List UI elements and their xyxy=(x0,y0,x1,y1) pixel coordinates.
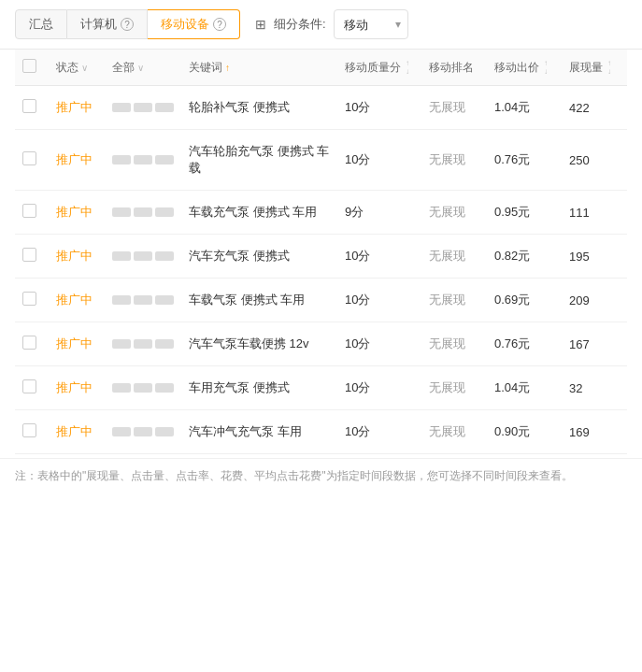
top-bar: 汇总 计算机 ? 移动设备 ? ⊞ 细分条件: 移动 xyxy=(0,0,642,50)
row-img-cell xyxy=(105,130,181,191)
row-rank: 无展现 xyxy=(429,424,465,438)
row-keyword: 车用充气泵 便携式 xyxy=(189,380,290,394)
row-score-cell: 10分 xyxy=(337,235,421,279)
row-price-cell: 0.76元 xyxy=(487,322,562,366)
row-keyword-cell: 汽车充气泵 便携式 xyxy=(181,235,337,279)
row-img-blur xyxy=(112,383,174,393)
th-keyword-label: 关键词 xyxy=(189,60,222,76)
row-score: 10分 xyxy=(345,100,370,114)
row-status: 推广中 xyxy=(56,424,93,438)
tab-mobile-label: 移动设备 xyxy=(161,16,209,33)
th-price: 移动出价 ↑ ↓ xyxy=(487,50,562,86)
row-checkbox[interactable] xyxy=(22,204,36,218)
th-all-label: 全部 xyxy=(112,60,135,76)
row-keyword: 汽车气泵车载便携 12v xyxy=(189,336,309,350)
table-row: 推广中 汽车气泵车载便携 12v 10分 无展现 0.76元 xyxy=(15,322,627,366)
row-checkbox[interactable] xyxy=(22,99,36,113)
row-keyword: 汽车轮胎充气泵 便携式 车载 xyxy=(189,144,329,175)
row-keyword-cell: 汽车气泵车载便携 12v xyxy=(181,322,337,366)
row-rank: 无展现 xyxy=(429,100,465,114)
row-rank-cell: 无展现 xyxy=(421,279,487,322)
row-checkbox[interactable] xyxy=(22,248,36,262)
tab-mobile[interactable]: 移动设备 ? xyxy=(148,9,240,39)
row-score-cell: 10分 xyxy=(337,130,421,191)
row-keyword: 车载充气泵 便携式 车用 xyxy=(189,205,317,219)
row-status: 推广中 xyxy=(56,152,93,166)
th-show-label: 展现量 xyxy=(569,60,603,76)
th-checkbox xyxy=(15,50,49,86)
row-price-cell: 1.04元 xyxy=(487,86,562,130)
row-checkbox[interactable] xyxy=(22,151,36,165)
row-price-cell: 0.76元 xyxy=(487,130,562,191)
tab-group: 汇总 计算机 ? 移动设备 ? xyxy=(15,9,240,39)
row-score-cell: 10分 xyxy=(337,279,421,322)
filter-select[interactable]: 移动 xyxy=(334,9,408,39)
row-checkbox[interactable] xyxy=(22,336,36,350)
row-img-blur xyxy=(112,295,174,305)
th-all-sort-icon: ∨ xyxy=(137,63,144,73)
row-show-cell: 250 xyxy=(562,130,627,191)
row-checkbox-cell xyxy=(15,322,49,366)
row-score-cell: 10分 xyxy=(337,366,421,410)
row-rank: 无展现 xyxy=(429,336,465,350)
row-img-blur xyxy=(112,207,174,217)
row-keyword-cell: 车载充气泵 便携式 车用 xyxy=(181,191,337,235)
row-show-cell: 111 xyxy=(562,191,627,235)
row-checkbox[interactable] xyxy=(22,423,36,437)
th-price-label: 移动出价 xyxy=(494,60,539,76)
row-status-cell: 推广中 xyxy=(49,366,105,410)
row-img-cell xyxy=(105,279,181,322)
row-checkbox-cell xyxy=(15,191,49,235)
table-container: 状态 ∨ 全部 ∨ 关键词 ↑ xyxy=(0,50,642,454)
row-score: 9分 xyxy=(345,205,364,219)
row-rank: 无展现 xyxy=(429,249,465,263)
row-price: 0.95元 xyxy=(494,205,530,219)
filter-section: ⊞ 细分条件: 移动 xyxy=(255,9,408,39)
header-checkbox[interactable] xyxy=(22,59,36,73)
row-price: 0.69元 xyxy=(494,293,530,307)
row-img-blur xyxy=(112,339,174,349)
row-rank: 无展现 xyxy=(429,205,465,219)
row-img-cell xyxy=(105,235,181,279)
row-score: 10分 xyxy=(345,152,370,166)
row-rank: 无展现 xyxy=(429,293,465,307)
row-checkbox-cell xyxy=(15,86,49,130)
question-icon-computer[interactable]: ? xyxy=(121,18,134,31)
row-show-cell: 195 xyxy=(562,235,627,279)
row-status-cell: 推广中 xyxy=(49,279,105,322)
filter-grid-icon: ⊞ xyxy=(255,17,266,32)
row-status-cell: 推广中 xyxy=(49,86,105,130)
tab-computer[interactable]: 计算机 ? xyxy=(67,9,148,39)
tab-summary[interactable]: 汇总 xyxy=(15,9,67,39)
th-all: 全部 ∨ xyxy=(105,50,181,86)
th-price-sort[interactable]: ↑ ↓ xyxy=(544,60,548,76)
row-img-cell xyxy=(105,86,181,130)
row-status: 推广中 xyxy=(56,205,93,219)
row-checkbox[interactable] xyxy=(22,292,36,306)
th-keyword-sort-icon[interactable]: ↑ xyxy=(225,63,230,73)
row-price: 1.04元 xyxy=(494,100,530,114)
note-bar: 注：表格中的"展现量、点击量、点击率、花费、平均点击花费"为指定时间段数据，您可… xyxy=(0,458,642,493)
question-icon-mobile[interactable]: ? xyxy=(213,18,226,31)
th-rank: 移动排名 xyxy=(421,50,487,86)
row-keyword-cell: 车载气泵 便携式 车用 xyxy=(181,279,337,322)
th-show-sort[interactable]: ↑ ↓ xyxy=(607,60,611,76)
row-price-cell: 0.82元 xyxy=(487,235,562,279)
table-row: 推广中 车载气泵 便携式 车用 10分 无展现 0.69元 xyxy=(15,279,627,322)
row-keyword: 轮胎补气泵 便携式 xyxy=(189,100,290,114)
th-quality-sort[interactable]: ↑ ↓ xyxy=(406,60,409,76)
row-keyword-cell: 汽车轮胎充气泵 便携式 车载 xyxy=(181,130,337,191)
row-checkbox[interactable] xyxy=(22,379,36,393)
row-rank-cell: 无展现 xyxy=(421,235,487,279)
row-img-blur xyxy=(112,427,174,436)
select-wrapper: 移动 xyxy=(334,9,408,39)
row-show: 111 xyxy=(569,206,590,220)
row-score: 10分 xyxy=(345,336,370,350)
row-img-blur xyxy=(112,155,174,164)
row-show-cell: 209 xyxy=(562,279,627,322)
row-price-cell: 1.04元 xyxy=(487,366,562,410)
row-price: 0.76元 xyxy=(494,152,530,166)
row-show: 250 xyxy=(569,153,590,167)
row-img-cell xyxy=(105,191,181,235)
row-img-blur xyxy=(112,251,174,261)
